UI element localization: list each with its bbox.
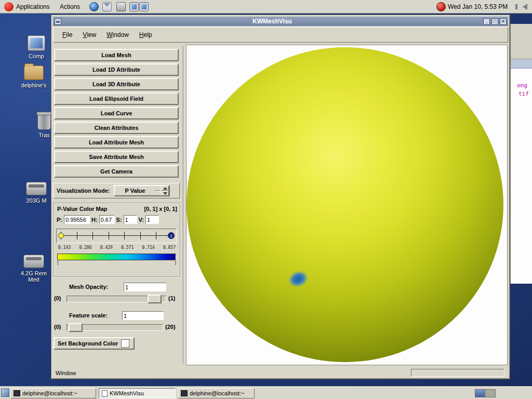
- menu-file[interactable]: File: [58, 30, 77, 40]
- minimize-button[interactable]: _: [483, 18, 490, 25]
- workspace-switcher: [475, 389, 496, 397]
- taskbar-item-kwmeshvisu[interactable]: KWMeshVisu: [99, 388, 176, 398]
- background-window-chrome: [511, 24, 532, 59]
- terminal-launcher-icon[interactable]: [129, 2, 139, 11]
- volume-icon[interactable]: [523, 4, 527, 10]
- display-launcher-icon[interactable]: [139, 2, 149, 11]
- redhat-menu-icon[interactable]: [4, 2, 14, 11]
- menu-window[interactable]: Window: [102, 30, 134, 40]
- document-icon: [102, 390, 108, 397]
- update-alert-icon[interactable]: [436, 2, 446, 11]
- applications-menu[interactable]: Applications: [16, 3, 50, 10]
- background-window-toolbar: [511, 59, 532, 69]
- panel-clock[interactable]: Wed Jan 10, 5:53 PM: [448, 3, 508, 10]
- taskbar-item-terminal-2[interactable]: delphine@localhost:~: [178, 388, 255, 398]
- window-menu-icon[interactable]: [55, 18, 61, 25]
- menu-bar: File View Window Help: [53, 27, 508, 43]
- email-launcher-icon[interactable]: [102, 2, 112, 11]
- taskbar-item-label: delphine@localhost:~: [22, 390, 77, 396]
- close-button[interactable]: ×: [500, 18, 507, 25]
- desktop-icon-label-line2: Med: [10, 276, 57, 283]
- taskbar-item-label: KWMeshVisu: [110, 390, 144, 396]
- web-browser-launcher-icon[interactable]: [89, 2, 99, 11]
- menu-help[interactable]: Help: [135, 30, 157, 40]
- background-window[interactable]: ong tif: [510, 24, 532, 284]
- trash-icon: [37, 113, 51, 130]
- terminal-icon: [181, 390, 188, 396]
- menu-view[interactable]: View: [78, 30, 101, 40]
- maximize-button[interactable]: □: [491, 18, 498, 25]
- disk-icon: [23, 255, 44, 268]
- desktop-icon-home-folder[interactable]: delphine's: [10, 65, 57, 88]
- terminal-icon: [14, 390, 20, 396]
- bottom-taskbar: delphine@localhost:~ KWMeshVisu delphine…: [0, 387, 532, 399]
- printer-launcher-icon[interactable]: [116, 2, 126, 11]
- background-window-text: tif: [518, 90, 529, 97]
- computer-icon: [28, 35, 45, 51]
- workspace-1[interactable]: [475, 390, 485, 397]
- show-desktop-icon[interactable]: [1, 389, 9, 397]
- taskbar-item-terminal-1[interactable]: delphine@localhost:~: [10, 388, 96, 398]
- workspace-2[interactable]: [485, 390, 495, 397]
- title-bar[interactable]: KWMeshVisu _ □ ×: [53, 17, 508, 26]
- disk-icon: [26, 182, 47, 195]
- kwmeshvisu-window: KWMeshVisu _ □ × File View Window Help: [51, 15, 510, 379]
- gnome-top-panel: Applications Actions Wed Jan 10, 5:53 PM: [0, 0, 532, 14]
- desktop-icon-label: 4.2G Rem: [10, 270, 57, 276]
- actions-menu[interactable]: Actions: [60, 3, 80, 10]
- background-window-text: ong: [517, 82, 527, 89]
- desktop-icon-removable-media[interactable]: 4.2G Rem Med: [10, 255, 57, 283]
- folder-icon: [24, 65, 44, 80]
- desktop: Comp delphine's Tras 203G M 4.2G Rem Med…: [0, 0, 532, 399]
- window-title: KWMeshVisu: [61, 18, 483, 25]
- desktop-icon-label: delphine's: [10, 82, 57, 88]
- taskbar-item-label: delphine@localhost:~: [190, 390, 245, 396]
